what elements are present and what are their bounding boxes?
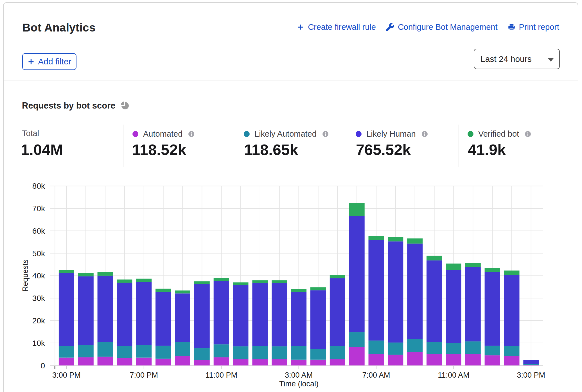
svg-text:7:00 AM: 7:00 AM bbox=[362, 371, 390, 379]
svg-text:0: 0 bbox=[40, 361, 45, 370]
svg-text:Time (local): Time (local) bbox=[279, 380, 319, 388]
svg-text:Requests: Requests bbox=[21, 260, 30, 292]
svg-text:80k: 80k bbox=[32, 182, 45, 190]
svg-text:30k: 30k bbox=[32, 294, 45, 303]
svg-text:60k: 60k bbox=[32, 227, 45, 235]
svg-text:11:00 AM: 11:00 AM bbox=[438, 371, 469, 379]
svg-text:10k: 10k bbox=[32, 339, 45, 348]
svg-text:7:00 PM: 7:00 PM bbox=[130, 371, 158, 379]
svg-text:3:00 PM: 3:00 PM bbox=[52, 371, 81, 379]
svg-text:40k: 40k bbox=[32, 271, 45, 280]
svg-text:3:00 PM: 3:00 PM bbox=[517, 371, 545, 379]
svg-text:3:00 AM: 3:00 AM bbox=[285, 371, 313, 379]
svg-text:20k: 20k bbox=[32, 316, 45, 325]
svg-text:70k: 70k bbox=[32, 204, 45, 213]
svg-text:11:00 PM: 11:00 PM bbox=[205, 371, 237, 379]
svg-text:50k: 50k bbox=[32, 249, 45, 258]
